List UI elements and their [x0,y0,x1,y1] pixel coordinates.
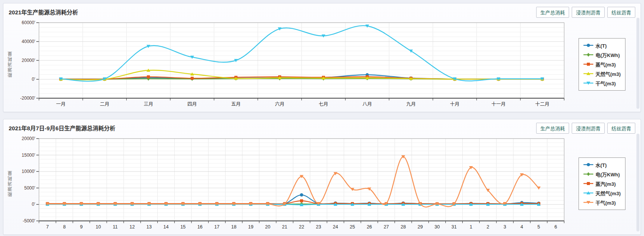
legend-label: 蒸气(m3) [596,61,616,68]
y-tick-label: -5000' [23,218,35,224]
legend-label: 水(T) [596,161,607,168]
x-tick-label: 七月 [319,102,328,107]
production-total-button[interactable]: 生产总消耗 [536,123,569,134]
data-point-marker [587,182,590,185]
y-tick-label: 20000' [22,136,35,141]
chart-area: 能源消耗量 -20000'0'20000'40000'60000'一月二月三月四… [3,18,641,112]
page-title: 2021年8月7日-9月6日生产能源总消耗分析 [9,123,115,132]
x-tick-label: 30 [434,224,440,230]
x-tick-label: 28 [401,224,406,230]
spinning-pitch-button[interactable]: 纺丝沥青 [607,123,635,134]
legend-item-天然气(m3)[interactable]: 天然气(m3) [583,70,621,77]
legend-marker-icon [583,191,593,195]
x-tick-label: 31 [451,224,457,230]
data-point-marker [300,199,303,202]
production-total-button[interactable]: 生产总消耗 [536,7,569,18]
y-tick-label: 20000' [22,58,35,63]
x-tick-label: 20 [265,224,270,230]
x-tick-label: 十月 [450,102,459,107]
x-tick-label: 9 [80,224,82,230]
legend-item-蒸汽(m3)[interactable]: 蒸汽(m3) [583,180,621,187]
x-tick-label: 11 [113,224,118,230]
chart-switch-button-group: 生产总消耗 浸渍剂沥青 纺丝沥青 [536,123,635,134]
x-tick-label: 3 [504,224,506,230]
legend-item-电(万KWh)[interactable]: 电(万KWh) [583,171,621,178]
spinning-pitch-button[interactable]: 纺丝沥青 [607,7,635,18]
x-tick-label: 六月 [275,102,285,107]
x-tick-label: 1 [470,224,472,230]
legend-item-电(万KWh)[interactable]: 电(万KWh) [583,51,621,59]
panel-daily-consumption: 2021年8月7日-9月6日生产能源总消耗分析 生产总消耗 浸渍剂沥青 纺丝沥青… [3,119,641,235]
impregnant-pitch-button[interactable]: 浸渍剂沥青 [572,7,605,18]
legend-label: 水(T) [596,42,607,49]
legend-marker-icon [583,62,593,66]
panel-header: 2021年8月7日-9月6日生产能源总消耗分析 生产总消耗 浸渍剂沥青 纺丝沥青 [3,119,641,134]
x-tick-label: 25 [350,224,355,230]
page-title: 2021年生产能源总消耗分析 [9,7,78,16]
x-tick-label: 五月 [231,102,241,107]
legend-marker-icon [583,81,593,85]
x-tick-label: 4 [521,224,523,230]
legend-item-蒸气(m3)[interactable]: 蒸气(m3) [583,61,621,68]
legend-marker-icon [583,181,593,186]
legend-marker-icon [583,52,593,57]
x-tick-label: 23 [316,224,321,230]
x-tick-label: 6 [554,224,557,230]
panel-scrollbar[interactable] [636,18,639,109]
legend-item-干气(m3)[interactable]: 干气(m3) [583,199,621,206]
daily-line-chart: -5000'0'5000'10000'15000'20000'789101112… [14,135,567,232]
data-point-marker [587,172,590,176]
panel-scrollbar[interactable] [636,134,639,231]
x-tick-label: 5 [537,224,540,230]
x-tick-label: 八月 [362,102,372,107]
x-tick-label: 22 [299,224,304,230]
x-tick-label: 29 [417,224,423,230]
x-tick-label: 15 [180,224,186,230]
x-tick-label: 12 [129,224,135,230]
impregnant-pitch-button[interactable]: 浸渍剂沥青 [572,123,605,134]
panel-annual-consumption: 2021年生产能源总消耗分析 生产总消耗 浸渍剂沥青 纺丝沥青 能源消耗量 -2… [3,3,641,112]
y-tick-label: -20000' [20,96,35,101]
annual-line-chart: -20000'0'20000'40000'60000'一月二月三月四月五月六月七… [14,19,567,110]
legend-item-水(T)[interactable]: 水(T) [583,161,621,168]
data-point-marker [587,63,590,66]
legend-marker-icon [583,162,593,167]
x-tick-label: 一月 [56,102,65,107]
x-tick-label: 24 [333,224,338,230]
x-tick-label: 三月 [144,102,153,107]
legend-column: 水(T)电(万KWh)蒸汽(m3)天然气(m3)干气(m3) [567,135,637,232]
y-tick-label: 0' [32,77,35,82]
legend: 水(T)电(万KWh)蒸汽(m3)天然气(m3)干气(m3) [579,157,625,210]
x-tick-label: 四月 [187,102,197,107]
y-tick-label: 0' [32,202,35,207]
x-tick-label: 27 [384,224,389,230]
data-point-marker [300,193,303,197]
y-tick-label: 10000' [22,169,35,174]
x-tick-label: 10 [96,224,101,230]
x-tick-label: 九月 [406,102,416,107]
y-axis-title: 能源消耗量 [6,19,14,110]
y-tick-label: 60000' [22,20,35,25]
legend-label: 蒸汽(m3) [596,180,616,187]
x-tick-label: 26 [367,224,372,230]
legend-label: 电(万KWh) [596,171,620,178]
panel-header: 2021年生产能源总消耗分析 生产总消耗 浸渍剂沥青 纺丝沥青 [3,3,641,18]
x-tick-label: 13 [146,224,152,230]
legend: 水(T)电(万KWh)蒸气(m3)天然气(m3)干气(m3) [579,38,625,91]
data-point-marker [586,163,590,167]
x-tick-label: 17 [214,224,219,230]
data-point-marker [147,76,150,79]
legend-item-天然气(m3)[interactable]: 天然气(m3) [583,190,621,197]
x-tick-label: 2 [487,224,489,230]
legend-column: 水(T)电(万KWh)蒸气(m3)天然气(m3)干气(m3) [567,19,637,110]
x-tick-label: 16 [197,224,202,230]
legend-marker-icon [583,43,593,48]
legend-label: 天然气(m3) [596,70,621,77]
legend-item-干气(m3)[interactable]: 干气(m3) [583,80,621,87]
legend-item-水(T)[interactable]: 水(T) [583,42,621,49]
x-tick-label: 二月 [100,102,109,107]
legend-marker-icon [583,172,593,176]
legend-label: 天然气(m3) [596,190,621,197]
x-tick-label: 21 [282,224,287,230]
data-point-marker [587,53,590,57]
